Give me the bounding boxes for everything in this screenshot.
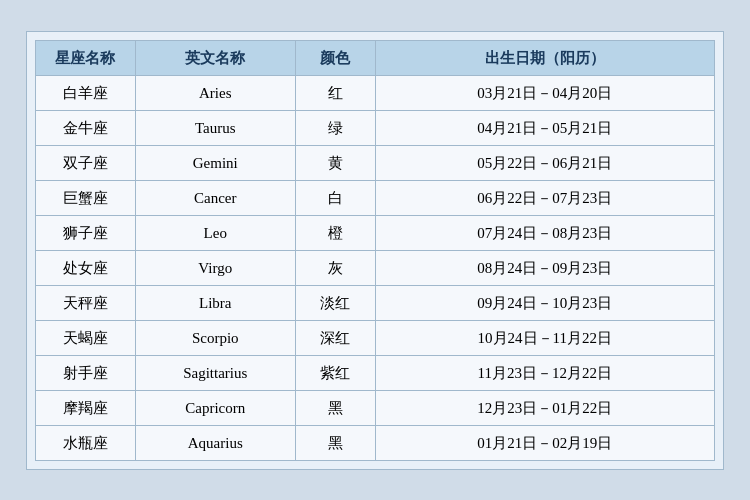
cell-english: Taurus [135, 110, 295, 145]
cell-color: 深红 [295, 320, 375, 355]
cell-chinese: 白羊座 [36, 75, 136, 110]
table-row: 双子座Gemini黄05月22日－06月21日 [36, 145, 715, 180]
cell-color: 黑 [295, 425, 375, 460]
cell-chinese: 水瓶座 [36, 425, 136, 460]
table-row: 白羊座Aries红03月21日－04月20日 [36, 75, 715, 110]
cell-english: Cancer [135, 180, 295, 215]
cell-date: 09月24日－10月23日 [375, 285, 714, 320]
header-date: 出生日期（阳历） [375, 40, 714, 75]
cell-date: 06月22日－07月23日 [375, 180, 714, 215]
header-english: 英文名称 [135, 40, 295, 75]
cell-chinese: 双子座 [36, 145, 136, 180]
cell-chinese: 射手座 [36, 355, 136, 390]
cell-english: Aquarius [135, 425, 295, 460]
table-header-row: 星座名称 英文名称 颜色 出生日期（阳历） [36, 40, 715, 75]
cell-color: 红 [295, 75, 375, 110]
cell-color: 黑 [295, 390, 375, 425]
table-row: 水瓶座Aquarius黑01月21日－02月19日 [36, 425, 715, 460]
cell-english: Scorpio [135, 320, 295, 355]
cell-date: 01月21日－02月19日 [375, 425, 714, 460]
cell-date: 03月21日－04月20日 [375, 75, 714, 110]
cell-date: 08月24日－09月23日 [375, 250, 714, 285]
cell-chinese: 巨蟹座 [36, 180, 136, 215]
table-row: 巨蟹座Cancer白06月22日－07月23日 [36, 180, 715, 215]
table-row: 天秤座Libra淡红09月24日－10月23日 [36, 285, 715, 320]
cell-date: 05月22日－06月21日 [375, 145, 714, 180]
cell-english: Gemini [135, 145, 295, 180]
header-chinese: 星座名称 [36, 40, 136, 75]
cell-chinese: 金牛座 [36, 110, 136, 145]
cell-date: 12月23日－01月22日 [375, 390, 714, 425]
table-row: 金牛座Taurus绿04月21日－05月21日 [36, 110, 715, 145]
cell-chinese: 天秤座 [36, 285, 136, 320]
header-color: 颜色 [295, 40, 375, 75]
cell-english: Virgo [135, 250, 295, 285]
cell-color: 绿 [295, 110, 375, 145]
cell-english: Leo [135, 215, 295, 250]
table-row: 处女座Virgo灰08月24日－09月23日 [36, 250, 715, 285]
cell-chinese: 狮子座 [36, 215, 136, 250]
cell-color: 灰 [295, 250, 375, 285]
cell-chinese: 摩羯座 [36, 390, 136, 425]
cell-date: 11月23日－12月22日 [375, 355, 714, 390]
table-row: 射手座Sagittarius紫红11月23日－12月22日 [36, 355, 715, 390]
table-row: 摩羯座Capricorn黑12月23日－01月22日 [36, 390, 715, 425]
cell-english: Sagittarius [135, 355, 295, 390]
zodiac-table: 星座名称 英文名称 颜色 出生日期（阳历） 白羊座Aries红03月21日－04… [35, 40, 715, 461]
cell-date: 04月21日－05月21日 [375, 110, 714, 145]
table-row: 狮子座Leo橙07月24日－08月23日 [36, 215, 715, 250]
cell-english: Capricorn [135, 390, 295, 425]
cell-date: 07月24日－08月23日 [375, 215, 714, 250]
cell-color: 白 [295, 180, 375, 215]
zodiac-table-container: 星座名称 英文名称 颜色 出生日期（阳历） 白羊座Aries红03月21日－04… [26, 31, 724, 470]
cell-date: 10月24日－11月22日 [375, 320, 714, 355]
cell-chinese: 处女座 [36, 250, 136, 285]
cell-english: Libra [135, 285, 295, 320]
cell-color: 紫红 [295, 355, 375, 390]
cell-color: 橙 [295, 215, 375, 250]
cell-color: 黄 [295, 145, 375, 180]
cell-english: Aries [135, 75, 295, 110]
cell-color: 淡红 [295, 285, 375, 320]
table-row: 天蝎座Scorpio深红10月24日－11月22日 [36, 320, 715, 355]
cell-chinese: 天蝎座 [36, 320, 136, 355]
